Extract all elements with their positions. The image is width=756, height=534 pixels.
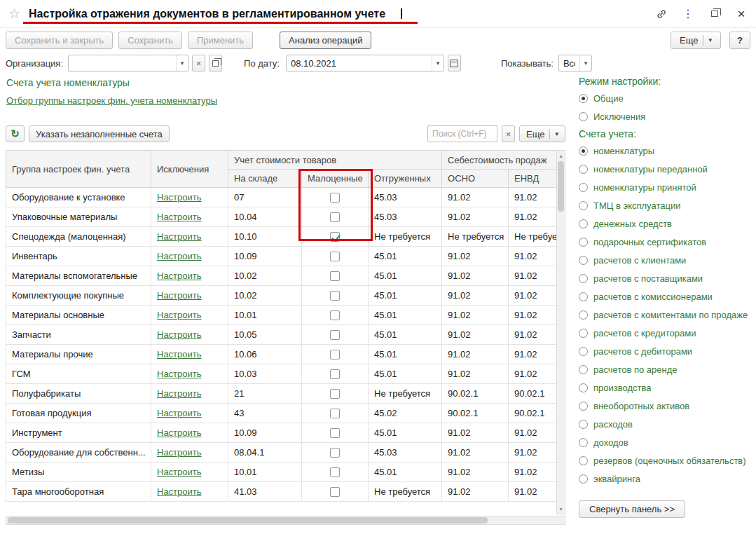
organization-open-button[interactable] — [209, 55, 222, 71]
date-combo[interactable]: ▾ — [286, 55, 444, 71]
lowvalue-checkbox[interactable] — [330, 389, 340, 399]
table-row[interactable]: Инвентарь Настроить 10.09 45.01 91.02 91… — [6, 247, 557, 266]
table-row[interactable]: Оборудование для собственн... Настроить … — [6, 443, 557, 463]
radio-option[interactable]: производства — [579, 383, 752, 393]
lowvalue-checkbox[interactable] — [330, 212, 340, 222]
table-row[interactable]: Оборудование к установке Настроить 07 45… — [6, 188, 557, 207]
configure-link[interactable]: Настроить — [157, 251, 202, 261]
lowvalue-checkbox[interactable] — [330, 487, 340, 497]
configure-link[interactable]: Настроить — [157, 349, 202, 360]
kebab-menu-icon[interactable]: ⋮ — [682, 8, 694, 20]
header-exceptions[interactable]: Исключения — [151, 151, 228, 188]
show-combo[interactable]: ▾ — [558, 55, 592, 71]
radio-option[interactable]: расчетов с комитентами по продаже — [579, 310, 752, 320]
radio-option[interactable]: доходов — [579, 437, 752, 448]
table-row[interactable]: Материалы основные Настроить 10.01 45.01… — [6, 306, 557, 325]
radio-option[interactable]: подарочных сертификатов — [579, 237, 752, 247]
help-button[interactable]: ? — [729, 32, 750, 49]
header-osno[interactable]: ОСНО — [442, 170, 509, 188]
close-window-icon[interactable]: × — [735, 8, 748, 20]
analysis-operations-button[interactable]: Анализ операций — [280, 32, 371, 49]
lowvalue-checkbox[interactable] — [330, 448, 340, 458]
table-more-button[interactable]: Еще ▾ — [519, 125, 565, 142]
table-row[interactable]: Полуфабрикаты Настроить 21 Не требуется … — [6, 384, 557, 404]
header-low-value[interactable]: Малоценные — [302, 170, 369, 188]
vertical-scrollbar[interactable]: ▲ ▼ — [556, 150, 565, 514]
specify-empty-accounts-button[interactable]: Указать незаполненные счета — [29, 125, 170, 142]
table-row[interactable]: Упаковочные материалы Настроить 10.04 45… — [6, 207, 557, 227]
configure-link[interactable]: Настроить — [157, 231, 202, 242]
table-row[interactable]: Готовая продукция Настроить 43 45.02 90.… — [6, 404, 557, 423]
lowvalue-checkbox[interactable] — [330, 409, 340, 418]
lowvalue-checkbox[interactable] — [330, 291, 340, 301]
configure-link[interactable]: Настроить — [157, 486, 202, 497]
header-group[interactable]: Группа настроек фин. учета — [6, 151, 151, 188]
horizontal-scroll-thumb[interactable] — [8, 517, 488, 523]
table-row[interactable]: Инструмент Настроить 10.09 45.01 91.02 9… — [6, 423, 557, 443]
organization-combo[interactable]: ▾ — [68, 55, 188, 71]
header-goods-cost[interactable]: Учет стоимости товаров — [228, 151, 442, 170]
header-warehouse[interactable]: На складе — [228, 170, 302, 188]
table-row[interactable]: Материалы прочие Настроить 10.06 45.01 9… — [6, 345, 557, 364]
organization-dropdown-icon[interactable]: ▾ — [176, 55, 188, 71]
show-dropdown-icon[interactable]: ▾ — [579, 55, 591, 71]
scroll-down-icon[interactable]: ▼ — [558, 504, 563, 514]
configure-link[interactable]: Настроить — [157, 192, 202, 203]
more-button[interactable]: Еще ▾ — [671, 32, 721, 49]
horizontal-scrollbar[interactable] — [6, 516, 565, 525]
configure-link[interactable]: Настроить — [157, 271, 202, 281]
table-row[interactable]: Запчасти Настроить 10.05 45.01 91.02 91.… — [6, 325, 557, 345]
apply-button[interactable]: Применить — [188, 32, 253, 49]
lowvalue-checkbox[interactable] — [330, 232, 340, 242]
lowvalue-checkbox[interactable] — [330, 271, 340, 281]
radio-option[interactable]: расчетов по аренде — [579, 364, 752, 375]
show-input[interactable] — [559, 58, 579, 69]
save-button[interactable]: Сохранить — [118, 32, 182, 49]
search-input[interactable] — [428, 129, 497, 139]
lowvalue-checkbox[interactable] — [330, 428, 340, 438]
date-dropdown-icon[interactable]: ▾ — [432, 55, 444, 71]
restore-window-icon[interactable] — [708, 8, 721, 20]
radio-option[interactable]: расчетов с поставщиками — [579, 273, 752, 284]
table-row[interactable]: Спецодежда (малоценная) Настроить 10.10 … — [6, 227, 557, 247]
radio-option[interactable]: расчетов с комиссионерами — [579, 292, 752, 302]
lowvalue-checkbox[interactable] — [330, 310, 340, 320]
radio-option[interactable]: расчетов с дебиторами — [579, 346, 752, 357]
lowvalue-checkbox[interactable] — [330, 330, 340, 340]
configure-link[interactable]: Настроить — [157, 427, 202, 438]
configure-link[interactable]: Настроить — [157, 290, 202, 301]
filter-groups-link[interactable]: Отбор группы настроек фин. учета номенкл… — [6, 95, 217, 106]
header-shipped[interactable]: Отгруженных — [369, 170, 442, 188]
radio-option[interactable]: номенклатуры переданной — [579, 164, 752, 174]
scroll-up-icon[interactable]: ▲ — [558, 151, 563, 160]
radio-option[interactable]: номенклатуры принятой — [579, 182, 752, 193]
lowvalue-checkbox[interactable] — [330, 252, 340, 261]
vertical-scroll-thumb[interactable] — [558, 161, 564, 212]
configure-link[interactable]: Настроить — [157, 388, 202, 399]
radio-option[interactable]: внеоборотных активов — [579, 401, 752, 411]
table-row[interactable]: Комплектующие покупные Настроить 10.02 4… — [6, 286, 557, 306]
table-row[interactable]: Метизы Настроить 10.01 45.01 91.02 91.02 — [6, 463, 557, 482]
organization-input[interactable] — [69, 58, 176, 69]
favorite-star-icon[interactable]: ☆ — [8, 6, 20, 22]
search-clear-button[interactable]: × — [502, 125, 515, 142]
lowvalue-checkbox[interactable] — [330, 467, 340, 477]
radio-option[interactable]: расчетов с кредиторами — [579, 328, 752, 338]
radio-option[interactable]: номенклатуры — [579, 146, 752, 156]
configure-link[interactable]: Настроить — [157, 310, 202, 320]
table-row[interactable]: Материалы вспомогательные Настроить 10.0… — [6, 266, 557, 286]
date-input[interactable] — [287, 58, 432, 69]
search-box[interactable] — [427, 125, 497, 142]
get-link-icon[interactable] — [655, 8, 668, 20]
configure-link[interactable]: Настроить — [157, 447, 202, 458]
table-row[interactable]: ГСМ Настроить 10.03 45.01 91.02 91.02 — [6, 364, 557, 384]
lowvalue-checkbox[interactable] — [330, 369, 340, 379]
date-calendar-button[interactable] — [448, 55, 461, 71]
header-cost-of-sales[interactable]: Себестоимость продаж — [442, 151, 557, 170]
radio-option[interactable]: расходов — [579, 419, 752, 430]
configure-link[interactable]: Настроить — [157, 212, 202, 222]
configure-link[interactable]: Настроить — [157, 369, 202, 379]
radio-option[interactable]: ТМЦ в эксплуатации — [579, 200, 752, 211]
radio-option[interactable]: денежных средств — [579, 219, 752, 229]
refresh-button[interactable]: ↻ — [6, 125, 25, 142]
